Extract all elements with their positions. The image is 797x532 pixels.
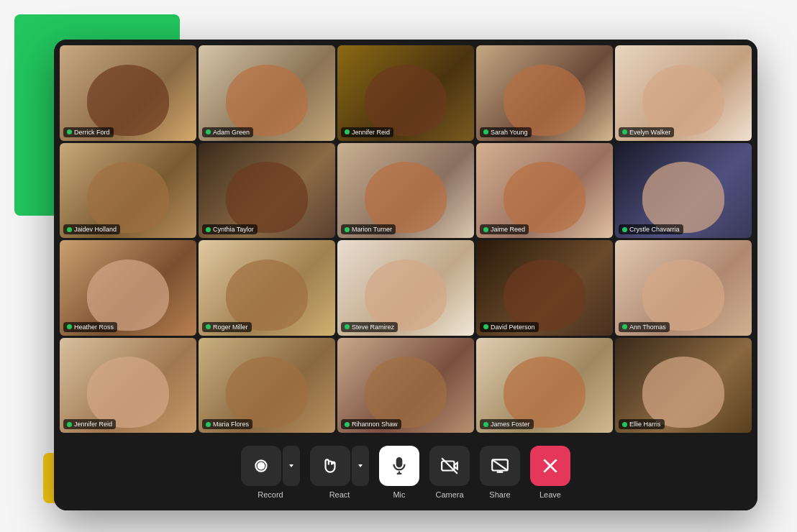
video-cell: Derrick Ford: [60, 45, 196, 141]
video-cell: Jennifer Reid: [337, 45, 474, 141]
participant-name-badge: Derrick Ford: [63, 127, 114, 137]
video-cell: Adam Green: [199, 45, 335, 141]
participant-name-badge: Adam Green: [202, 127, 253, 137]
react-button[interactable]: [310, 446, 350, 486]
react-arrow-button[interactable]: [352, 446, 369, 486]
device-frame: Derrick FordAdam GreenJennifer ReidSarah…: [54, 40, 757, 510]
participant-name: Jennifer Reid: [352, 129, 390, 136]
mic-status-dot: [345, 129, 350, 134]
participant-name-badge: Jaidev Holland: [63, 224, 120, 234]
participant-name-badge: Marion Turner: [341, 224, 396, 234]
participant-name-badge: Steve Ramirez: [341, 322, 398, 332]
participant-name: Rihannon Shaw: [352, 421, 398, 428]
participant-name-badge: James Foster: [480, 419, 534, 429]
participant-name: James Foster: [491, 421, 530, 428]
mic-status-dot: [67, 227, 72, 232]
mic-status-dot: [622, 129, 627, 134]
camera-button[interactable]: [429, 446, 470, 486]
record-arrow-button[interactable]: [283, 446, 300, 486]
participant-name: Adam Green: [213, 129, 250, 136]
video-cell: Jennifer Reid: [60, 338, 196, 434]
participant-name-badge: Jennifer Reid: [341, 127, 393, 137]
participant-name: Steve Ramirez: [352, 324, 394, 331]
mic-status-dot: [67, 324, 72, 329]
participant-name: Derrick Ford: [74, 129, 110, 136]
mic-status-dot: [67, 129, 72, 134]
react-group: React: [310, 446, 369, 499]
mic-status-dot: [67, 422, 72, 427]
participant-name: David Peterson: [491, 324, 535, 331]
video-cell: David Peterson: [476, 240, 613, 336]
video-cell: Roger Miller: [199, 240, 335, 336]
leave-label: Leave: [539, 490, 561, 499]
video-cell: Evelyn Walker: [615, 45, 752, 141]
participant-name: Roger Miller: [213, 324, 248, 331]
participant-name-badge: Ann Thomas: [619, 322, 670, 332]
video-cell: Rihannon Shaw: [337, 338, 474, 434]
participant-name: Jaime Reed: [491, 226, 525, 233]
video-cell: Marion Turner: [337, 143, 474, 239]
video-cell: Maria Flores: [199, 338, 335, 434]
mic-status-dot: [622, 324, 627, 329]
participant-name-badge: Sarah Young: [480, 127, 532, 137]
participant-name: Cynthia Taylor: [213, 226, 254, 233]
share-group: Share: [480, 446, 520, 499]
mic-status-dot: [206, 129, 211, 134]
participant-name-badge: Heather Ross: [63, 322, 117, 332]
mic-label: Mic: [393, 490, 405, 499]
svg-line-11: [492, 459, 508, 470]
mic-status-dot: [345, 227, 350, 232]
participant-name: Maria Flores: [213, 421, 249, 428]
mic-button[interactable]: [379, 446, 419, 486]
video-cell: Ellie Harris: [615, 338, 752, 434]
mic-status-dot: [483, 227, 488, 232]
participant-name-badge: Maria Flores: [202, 419, 252, 429]
participant-name-badge: Roger Miller: [202, 322, 252, 332]
mic-status-dot: [206, 324, 211, 329]
video-grid: Derrick FordAdam GreenJennifer ReidSarah…: [54, 40, 757, 439]
mic-group: Mic: [379, 446, 419, 499]
mic-status-dot: [483, 129, 488, 134]
participant-name-badge: Ellie Harris: [619, 419, 665, 429]
participant-name: Crystle Chavarria: [629, 226, 680, 233]
mic-status-dot: [622, 227, 627, 232]
record-label: Record: [258, 490, 283, 499]
video-cell: Sarah Young: [476, 45, 613, 141]
camera-group: Camera: [429, 446, 470, 499]
record-button[interactable]: [241, 446, 281, 486]
participant-name: Sarah Young: [491, 129, 528, 136]
react-label: React: [329, 490, 350, 499]
participant-name: Heather Ross: [74, 324, 114, 331]
mic-status-dot: [483, 324, 488, 329]
participant-name: Jennifer Reid: [74, 421, 112, 428]
leave-button[interactable]: [530, 446, 570, 486]
participant-name-badge: Jaime Reed: [480, 224, 529, 234]
svg-marker-2: [289, 464, 293, 467]
toolbar: Record React: [54, 439, 757, 510]
participant-name: Ellie Harris: [629, 421, 661, 428]
record-group: Record: [241, 446, 300, 499]
mic-status-dot: [345, 422, 350, 427]
share-button[interactable]: [480, 446, 520, 486]
video-cell: James Foster: [476, 338, 613, 434]
video-cell: Jaidev Holland: [60, 143, 196, 239]
mic-status-dot: [483, 422, 488, 427]
participant-name: Evelyn Walker: [629, 129, 670, 136]
participant-name: Jaidev Holland: [74, 226, 117, 233]
svg-marker-3: [358, 464, 363, 467]
video-cell: Cynthia Taylor: [199, 143, 335, 239]
video-cell: Ann Thomas: [615, 240, 752, 336]
participant-name-badge: Crystle Chavarria: [619, 224, 683, 234]
participant-name-badge: Cynthia Taylor: [202, 224, 258, 234]
video-cell: Steve Ramirez: [337, 240, 474, 336]
mic-status-dot: [206, 227, 211, 232]
mic-status-dot: [345, 324, 350, 329]
video-cell: Jaime Reed: [476, 143, 613, 239]
video-cell: Heather Ross: [60, 240, 196, 336]
participant-name-badge: Evelyn Walker: [619, 127, 674, 137]
video-cell: Crystle Chavarria: [615, 143, 752, 239]
mic-status-dot: [622, 422, 627, 427]
camera-label: Camera: [435, 490, 463, 499]
share-label: Share: [489, 490, 510, 499]
leave-group: Leave: [530, 446, 570, 499]
